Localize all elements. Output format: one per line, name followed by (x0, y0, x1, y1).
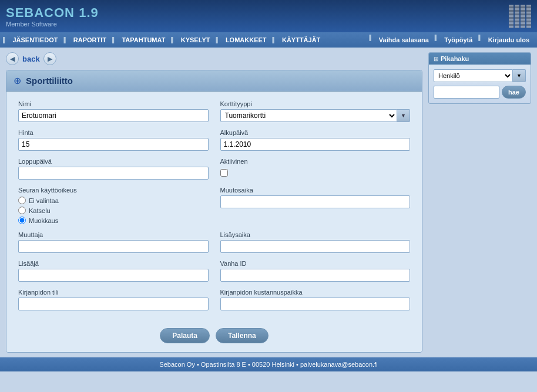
nav-sep-r1: ▌ (369, 35, 372, 45)
alkupaiva-group: Alkupäivä (220, 129, 411, 151)
forward-button[interactable]: ▶ (43, 52, 56, 65)
aktiivinen-group: Aktiivinen (220, 158, 411, 180)
kirjanpidon-kustannuspaikka-label: Kirjanpidon kustannuspaikka (220, 289, 411, 296)
form-row-7: Kirjanpidon tili Kirjanpidon kustannuspa… (18, 289, 410, 310)
hinta-label: Hinta (18, 129, 209, 136)
radio-katselu-input[interactable] (18, 207, 26, 214)
pikahaku-panel: ⊞ Pikahaku Henkilö Yritys Muu ▼ hae (428, 52, 531, 104)
pikahaku-select[interactable]: Henkilö Yritys Muu (434, 69, 513, 82)
radio-ei-valintaa[interactable]: Ei valintaa (18, 197, 209, 204)
nav-vaihda-salasana[interactable]: Vaihda salasana (374, 35, 434, 45)
form-header: ⊕ Sporttiliitto (6, 70, 422, 92)
radio-group: Ei valintaa Katselu Muokkaus (18, 197, 209, 224)
logo-sebacon: SEBACON (6, 5, 75, 20)
muuttaja-input[interactable] (18, 240, 209, 253)
back-label[interactable]: back (22, 55, 40, 63)
nav-tyopoyta[interactable]: Työpöytä (439, 35, 477, 45)
main-navbar: ▌ JÄSENTIEDOT ▌ RAPORTIT ▌ TAPAHTUMAT ▌ … (0, 32, 537, 48)
kirjanpidon-tili-input[interactable] (18, 298, 209, 310)
back-button[interactable]: ◀ (6, 52, 19, 65)
nav-sep-4: ▌ (216, 37, 219, 43)
pikahaku-body: Henkilö Yritys Muu ▼ hae (429, 65, 531, 103)
korttityyppi-group: Korttityyppi Tuomarikortti Jäsenkortti M… (220, 100, 411, 122)
aktiivinen-checkbox[interactable] (220, 169, 228, 177)
radio-muokkaus[interactable]: Muokkaus (18, 217, 209, 224)
form-row-2: Hinta Alkupäivä (18, 129, 410, 151)
pikahaku-select-row: Henkilö Yritys Muu ▼ (434, 69, 526, 82)
nimi-input[interactable] (18, 109, 209, 122)
content-area: ◀ back ▶ ⊕ Sporttiliitto Nimi Korttityyp… (0, 48, 537, 357)
form-buttons: Palauta Tallenna (18, 322, 410, 343)
nav-sep-3: ▌ (171, 37, 174, 43)
footer-text: Sebacon Oy • Opastinsilta 8 E • 00520 He… (159, 361, 377, 368)
form-row-3: Loppupäivä Aktiivinen (18, 158, 410, 180)
aktiivinen-label: Aktiivinen (220, 158, 411, 165)
muutosaika-group: Muutosaika (220, 187, 411, 224)
nav-tapahtumat[interactable]: TAPAHTUMAT (117, 35, 170, 45)
tallenna-button[interactable]: Tallenna (216, 328, 268, 343)
nimi-group: Nimi (18, 100, 209, 122)
kirjanpidon-kustannuspaikka-input[interactable] (220, 298, 411, 310)
hae-button[interactable]: hae (502, 86, 526, 99)
radio-katselu-label: Katselu (29, 207, 51, 214)
radio-muokkaus-input[interactable] (18, 217, 26, 224)
app-footer: Sebacon Oy • Opastinsilta 8 E • 00520 He… (0, 357, 537, 371)
logo-subtitle: Member Software (6, 21, 99, 28)
pikahaku-dropdown-btn[interactable]: ▼ (513, 69, 526, 82)
seuran-kayttooikeus-label: Seuran käyttöoikeus (18, 187, 209, 194)
nav-sep-r2: ▌ (435, 35, 438, 45)
pikahaku-search-input[interactable] (434, 86, 499, 99)
alkupaiva-label: Alkupäivä (220, 129, 411, 136)
kirjanpidon-tili-label: Kirjanpidon tili (18, 289, 209, 296)
form-title: Sporttiliitto (26, 76, 73, 86)
hinta-input[interactable] (18, 138, 209, 151)
nav-raportit[interactable]: RAPORTIT (69, 35, 111, 45)
form-row-5: Muuttaja Lisäysaika (18, 231, 410, 253)
radio-ei-valintaa-input[interactable] (18, 197, 26, 204)
nav-sep-1: ▌ (63, 37, 67, 43)
pikahaku-search-row: hae (434, 86, 526, 99)
nav-separator-0: ▌ (3, 37, 6, 43)
nav-jasentieto[interactable]: JÄSENTIEDOT (8, 35, 62, 45)
nav-lomakkeet[interactable]: LOMAKKEET (221, 35, 271, 45)
form-card: ⊕ Sporttiliitto Nimi Korttityyppi Tuomar… (6, 70, 422, 353)
aktiivinen-checkbox-row (220, 169, 411, 177)
back-navigation: ◀ back ▶ (6, 52, 422, 65)
header-decoration (509, 5, 531, 28)
vanha-id-input[interactable] (220, 269, 411, 282)
muutosaika-input[interactable] (220, 195, 411, 208)
loppupaiva-group: Loppupäivä (18, 158, 209, 180)
nimi-label: Nimi (18, 100, 209, 107)
kirjanpidon-tili-group: Kirjanpidon tili (18, 289, 209, 310)
form-row-6: Lisääjä Vanha ID (18, 260, 410, 282)
radio-katselu[interactable]: Katselu (18, 207, 209, 214)
nav-kirjaudu-ulos[interactable]: Kirjaudu ulos (484, 35, 534, 45)
logo: SEBACON 1.9 Member Software (6, 5, 99, 28)
nav-kayttajat[interactable]: KÄYTTÄJÄT (277, 35, 325, 45)
lisaaja-input[interactable] (18, 269, 209, 282)
nav-sep-2: ▌ (112, 37, 116, 43)
muuttaja-group: Muuttaja (18, 231, 209, 253)
radio-muokkaus-label: Muokkaus (29, 217, 58, 224)
korttityyppi-select[interactable]: Tuomarikortti Jäsenkortti Muu (220, 109, 398, 122)
form-row-1: Nimi Korttityyppi Tuomarikortti Jäsenkor… (18, 100, 410, 122)
pikahaku-icon: ⊞ (434, 56, 438, 62)
alkupaiva-input[interactable] (220, 138, 411, 151)
korttityyppi-dropdown-btn[interactable]: ▼ (397, 109, 410, 122)
kirjanpidon-kustannuspaikka-group: Kirjanpidon kustannuspaikka (220, 289, 411, 310)
pikahaku-title: Pikahaku (441, 55, 469, 62)
logo-version: 1.9 (79, 5, 99, 20)
loppupaiva-input[interactable] (18, 167, 209, 180)
vanha-id-label: Vanha ID (220, 260, 411, 267)
form-header-icon: ⊕ (14, 75, 21, 86)
lisaaja-group: Lisääjä (18, 260, 209, 282)
palauta-button[interactable]: Palauta (160, 328, 210, 343)
pikahaku-header: ⊞ Pikahaku (429, 53, 531, 65)
nav-sep-5: ▌ (273, 37, 276, 43)
korttityyppi-label: Korttityyppi (220, 100, 411, 107)
nav-kyselyt[interactable]: KYSELYT (176, 35, 215, 45)
form-body: Nimi Korttityyppi Tuomarikortti Jäsenkor… (6, 92, 422, 352)
lisaysaika-input[interactable] (220, 240, 411, 253)
vanha-id-group: Vanha ID (220, 260, 411, 282)
app-header: SEBACON 1.9 Member Software (0, 0, 537, 32)
